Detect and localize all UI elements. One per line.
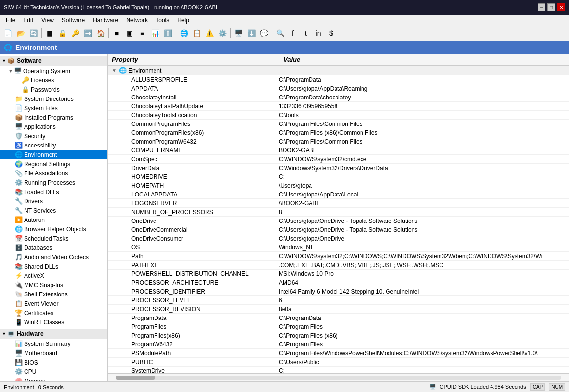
section-expand-icon[interactable]: ▼ bbox=[112, 68, 117, 73]
sidebar[interactable]: ▼ 📦 Software ▼ 🖥️ Operating System 🔑 Lic… bbox=[0, 54, 108, 381]
sidebar-item-certificates[interactable]: 🏆 Certificates bbox=[0, 308, 107, 318]
table-row[interactable]: CommonProgramFiles C:\Program Files\Comm… bbox=[108, 120, 569, 128]
toolbar-btn-6[interactable]: 🔑 bbox=[69, 27, 81, 39]
toolbar-btn-12[interactable]: 📊 bbox=[149, 27, 161, 39]
sidebar-item-loaded-dlls[interactable]: 📚 Loaded DLLs bbox=[0, 187, 107, 196]
table-row[interactable]: ChocolateyToolsLocation C:\tools bbox=[108, 111, 569, 120]
sidebar-item-cpu[interactable]: ⚙️ CPU bbox=[0, 367, 107, 376]
table-row[interactable]: APPDATA C:\Users\gtopa\AppData\Roaming bbox=[108, 84, 569, 93]
table-row[interactable]: NUMBER_OF_PROCESSORS 8 bbox=[108, 208, 569, 217]
sidebar-item-mmc-snap-ins[interactable]: 🔌 MMC Snap-Ins bbox=[0, 280, 107, 290]
sidebar-item-drivers[interactable]: 🔧 Drivers bbox=[0, 196, 107, 206]
sidebar-item-autorun[interactable]: ▶️ Autorun bbox=[0, 215, 107, 224]
table-row[interactable]: ALLUSERSPROFILE C:\ProgramData bbox=[108, 75, 569, 84]
sidebar-item-security[interactable]: 🛡️ Security bbox=[0, 131, 107, 141]
sidebar-item-scheduled-tasks[interactable]: 📅 Scheduled Tasks bbox=[0, 234, 107, 243]
sidebar-item-system-directories[interactable]: 📁 System Directories bbox=[0, 94, 107, 103]
table-row[interactable]: Path C:\WINDOWS\system32;C:\WINDOWS;C:\W… bbox=[108, 252, 569, 261]
sidebar-item-system-files[interactable]: 📄 System Files bbox=[0, 103, 107, 113]
toolbar-btn-9[interactable]: ■ bbox=[111, 27, 123, 39]
sidebar-item-motherboard[interactable]: 🖥️ Motherboard bbox=[0, 348, 107, 358]
sidebar-section-hardware[interactable]: ▼ 💻 Hardware bbox=[0, 329, 107, 339]
sidebar-item-bios[interactable]: 💾 BIOS bbox=[0, 358, 107, 367]
table-row[interactable]: PSModulePath C:\Program Files\WindowsPow… bbox=[108, 349, 569, 358]
table-row[interactable]: ProgramFiles C:\Program Files bbox=[108, 322, 569, 331]
table-row[interactable]: CommonProgramFiles(x86) C:\Program Files… bbox=[108, 128, 569, 137]
table-row[interactable]: ProgramData C:\ProgramData bbox=[108, 314, 569, 322]
table-row[interactable]: PROCESSOR_IDENTIFIER Intel64 Family 6 Mo… bbox=[108, 287, 569, 296]
toolbar-btn-25[interactable]: $ bbox=[325, 27, 337, 39]
table-row[interactable]: ComSpec C:\WINDOWS\system32\cmd.exe bbox=[108, 155, 569, 164]
sidebar-item-event-viewer[interactable]: 📋 Event Viewer bbox=[0, 299, 107, 308]
sidebar-item-audio-video-codecs[interactable]: 🎵 Audio and Video Codecs bbox=[0, 252, 107, 262]
toolbar-btn-24[interactable]: in bbox=[312, 27, 324, 39]
sidebar-item-licenses[interactable]: 🔑 Licenses bbox=[0, 75, 107, 85]
sidebar-item-environment[interactable]: 🌐 Environment bbox=[0, 150, 107, 159]
table-row[interactable]: OS Windows_NT bbox=[108, 243, 569, 252]
table-row[interactable]: OneDriveConsumer C:\Users\gtopa\OneDrive bbox=[108, 234, 569, 243]
sidebar-item-regional-settings[interactable]: 🌍 Regional Settings bbox=[0, 159, 107, 169]
toolbar-btn-13[interactable]: ℹ️ bbox=[162, 27, 174, 39]
toolbar-btn-23[interactable]: t bbox=[300, 27, 311, 39]
sidebar-item-system-summary[interactable]: 📊 System Summary bbox=[0, 339, 107, 348]
table-row[interactable]: LOCALAPPDATA C:\Users\gtopa\AppData\Loca… bbox=[108, 190, 569, 199]
sidebar-item-file-associations[interactable]: 📎 File Associations bbox=[0, 169, 107, 178]
toolbar-btn-11[interactable]: ≡ bbox=[136, 27, 148, 39]
table-row[interactable]: OneDriveCommercial C:\Users\gtopa\OneDri… bbox=[108, 225, 569, 234]
table-row[interactable]: LOGONSERVER \\BOOK2-GABI bbox=[108, 199, 569, 208]
menu-edit[interactable]: Edit bbox=[19, 16, 37, 24]
menu-file[interactable]: File bbox=[2, 16, 19, 24]
table-row[interactable]: PROCESSOR_LEVEL 6 bbox=[108, 296, 569, 305]
table-row[interactable]: HOMEDRIVE C: bbox=[108, 172, 569, 181]
sidebar-item-shared-dlls[interactable]: 📚 Shared DLLs bbox=[0, 262, 107, 271]
content-body[interactable]: ▼ 🌐 Environment ALLUSERSPROFILE C:\Progr… bbox=[108, 66, 569, 373]
table-row[interactable]: ProgramW6432 C:\Program Files bbox=[108, 340, 569, 349]
table-row[interactable]: ChocolateyLastPathUpdate 133233673959659… bbox=[108, 102, 569, 111]
toolbar-btn-20[interactable]: 💬 bbox=[258, 27, 270, 39]
sidebar-item-browser-helper-objects[interactable]: 🌐 Browser Helper Objects bbox=[0, 224, 107, 234]
table-row[interactable]: ChocolateyInstall C:\ProgramData\chocola… bbox=[108, 93, 569, 102]
sidebar-item-applications[interactable]: 🖥️ Applications bbox=[0, 122, 107, 131]
toolbar-btn-5[interactable]: 🔒 bbox=[56, 27, 68, 39]
toolbar-btn-21[interactable]: 🔍 bbox=[274, 27, 286, 39]
environment-section-row[interactable]: ▼ 🌐 Environment bbox=[108, 66, 569, 75]
table-row[interactable]: OneDrive C:\Users\gtopa\OneDrive - Topal… bbox=[108, 217, 569, 225]
toolbar-btn-17[interactable]: ⚙️ bbox=[216, 27, 228, 39]
toolbar-btn-4[interactable]: ▦ bbox=[44, 27, 55, 39]
toolbar-btn-3[interactable]: 🔄 bbox=[27, 27, 39, 39]
sidebar-item-memory[interactable]: 🧠 Memory bbox=[0, 376, 107, 381]
toolbar-btn-7[interactable]: ➡️ bbox=[82, 27, 94, 39]
table-row[interactable]: PATHEXT .COM;.EXE;.BAT;.CMD;.VBS;.VBE;.J… bbox=[108, 261, 569, 270]
table-row[interactable]: PROCESSOR_ARCHITECTURE AMD64 bbox=[108, 278, 569, 287]
menu-help[interactable]: Help bbox=[173, 16, 193, 24]
menu-hardware[interactable]: Hardware bbox=[89, 16, 122, 24]
sidebar-item-operating-system[interactable]: ▼ 🖥️ Operating System bbox=[0, 66, 107, 75]
scrollbar-thumb[interactable] bbox=[116, 376, 155, 380]
toolbar-btn-10[interactable]: ▣ bbox=[124, 27, 135, 39]
menu-network[interactable]: Network bbox=[122, 16, 152, 24]
horizontal-scrollbar[interactable] bbox=[108, 373, 569, 381]
sidebar-item-nt-services[interactable]: 🔧 NT Services bbox=[0, 206, 107, 215]
toolbar-btn-15[interactable]: 📋 bbox=[191, 27, 203, 39]
sidebar-item-activex[interactable]: ⚡ ActiveX bbox=[0, 271, 107, 280]
table-row[interactable]: ProgramFiles(x86) C:\Program Files (x86) bbox=[108, 331, 569, 340]
sidebar-item-running-processes[interactable]: ⚙️ Running Processes bbox=[0, 178, 107, 187]
menu-view[interactable]: View bbox=[37, 16, 58, 24]
table-row[interactable]: CommonProgramW6432 C:\Program Files\Comm… bbox=[108, 137, 569, 146]
sidebar-item-accessibility[interactable]: ♿ Accessibility bbox=[0, 141, 107, 150]
toolbar-btn-2[interactable]: 📂 bbox=[15, 27, 26, 39]
toolbar-btn-16[interactable]: ⚠️ bbox=[204, 27, 215, 39]
table-row[interactable]: POWERSHELL_DISTRIBUTION_CHANNEL MSI:Wind… bbox=[108, 270, 569, 278]
menu-tools[interactable]: Tools bbox=[152, 16, 173, 24]
sidebar-item-databases[interactable]: 🗄️ Databases bbox=[0, 243, 107, 252]
table-row[interactable]: COMPUTERNAME BOOK2-GABI bbox=[108, 146, 569, 155]
sidebar-item-passwords[interactable]: 🔒 Passwords bbox=[0, 85, 107, 94]
toolbar-btn-8[interactable]: 🏠 bbox=[95, 27, 106, 39]
sidebar-item-shell-extensions[interactable]: 🐚 Shell Extensions bbox=[0, 290, 107, 299]
toolbar-btn-1[interactable]: 📄 bbox=[2, 27, 14, 39]
table-row[interactable]: PROCESSOR_REVISION 8e0a bbox=[108, 305, 569, 314]
table-row[interactable]: DriverData C:\Windows\System32\Drivers\D… bbox=[108, 164, 569, 172]
toolbar-btn-19[interactable]: ⬇️ bbox=[245, 27, 257, 39]
sidebar-item-installed-programs[interactable]: 📦 Installed Programs bbox=[0, 113, 107, 122]
toolbar-btn-18[interactable]: 🖥️ bbox=[233, 27, 244, 39]
